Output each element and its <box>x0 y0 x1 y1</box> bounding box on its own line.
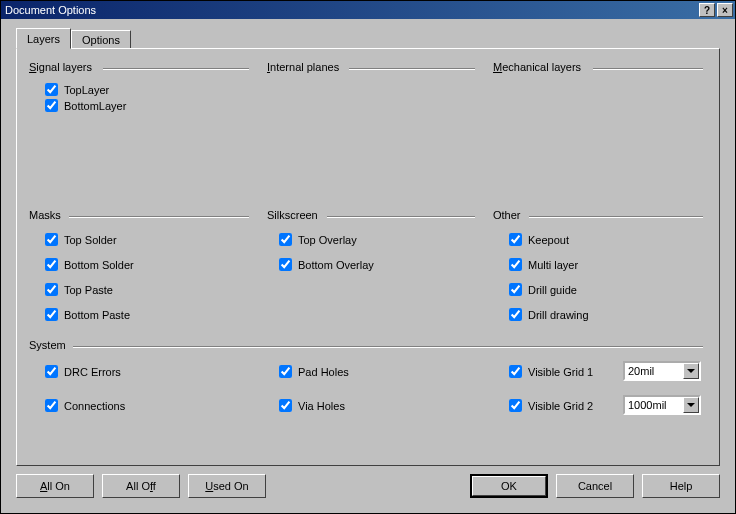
cancel-button[interactable]: Cancel <box>556 474 634 498</box>
client-area: Layers Options SSignal layersignal layer… <box>4 22 732 510</box>
checkbox-keepout[interactable]: Keepout <box>509 233 569 246</box>
group-mechanical: Mechanical layers <box>493 61 703 73</box>
ok-button[interactable]: OK <box>470 474 548 498</box>
group-silkscreen: Silkscreen <box>267 209 475 221</box>
checkbox-pad-holes[interactable]: Pad Holes <box>279 365 349 378</box>
dropdown-grid-2[interactable]: 1000mil <box>623 395 701 415</box>
checkbox-drill-drawing[interactable]: Drill drawing <box>509 308 589 321</box>
button-group-left: All On All Off Used On <box>16 474 266 500</box>
chevron-down-icon[interactable] <box>683 397 699 413</box>
chevron-down-icon[interactable] <box>683 363 699 379</box>
checkbox-toplayer[interactable]: TopLayer <box>45 83 109 96</box>
checkbox-bottom-overlay[interactable]: Bottom Overlay <box>279 258 374 271</box>
all-on-button[interactable]: All On <box>16 474 94 498</box>
checkbox-drill-guide[interactable]: Drill guide <box>509 283 577 296</box>
checkbox-top-solder[interactable]: Top Solder <box>45 233 117 246</box>
checkbox-visible-grid-2[interactable]: Visible Grid 2 <box>509 399 593 412</box>
checkbox-top-overlay[interactable]: Top Overlay <box>279 233 357 246</box>
checkbox-via-holes[interactable]: Via Holes <box>279 399 345 412</box>
titlebar-buttons: ? × <box>699 3 735 17</box>
checkbox-drc-errors[interactable]: DRC Errors <box>45 365 121 378</box>
window-title: Document Options <box>5 4 96 16</box>
checkbox-bottom-solder[interactable]: Bottom Solder <box>45 258 134 271</box>
checkbox-bottomlayer[interactable]: BottomLayer <box>45 99 126 112</box>
all-off-button[interactable]: All Off <box>102 474 180 498</box>
checkbox-toplayer-input[interactable] <box>45 83 58 96</box>
tab-panel-layers: SSignal layersignal layers Internal plan… <box>16 48 720 466</box>
group-signal: SSignal layersignal layers <box>29 61 249 73</box>
button-bar: All On All Off Used On OK Cancel Help <box>16 474 720 500</box>
close-icon[interactable]: × <box>717 3 733 17</box>
dialog-window: Document Options ? × Layers Options SSig… <box>0 0 736 514</box>
help-icon[interactable]: ? <box>699 3 715 17</box>
checkbox-multilayer[interactable]: Multi layer <box>509 258 578 271</box>
checkbox-bottom-paste[interactable]: Bottom Paste <box>45 308 130 321</box>
checkbox-bottomlayer-input[interactable] <box>45 99 58 112</box>
group-masks: Masks <box>29 209 249 221</box>
group-system: System <box>29 339 703 351</box>
button-group-right: OK Cancel Help <box>470 474 720 500</box>
dropdown-grid-1[interactable]: 20mil <box>623 361 701 381</box>
used-on-button[interactable]: Used On <box>188 474 266 498</box>
help-button[interactable]: Help <box>642 474 720 498</box>
group-other: Other <box>493 209 703 221</box>
tab-layers[interactable]: Layers <box>16 28 71 49</box>
checkbox-visible-grid-1[interactable]: Visible Grid 1 <box>509 365 593 378</box>
checkbox-top-paste[interactable]: Top Paste <box>45 283 113 296</box>
tab-options[interactable]: Options <box>71 30 131 49</box>
titlebar: Document Options ? × <box>1 1 735 19</box>
tabstrip: Layers Options <box>16 30 131 49</box>
checkbox-connections[interactable]: Connections <box>45 399 125 412</box>
group-internal: Internal planes <box>267 61 475 73</box>
